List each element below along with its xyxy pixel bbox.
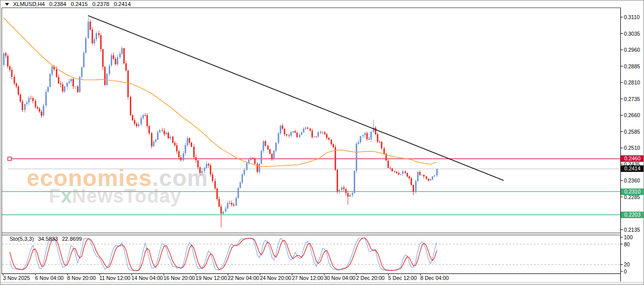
price-axis-label: 0.2360 <box>624 177 640 183</box>
descending-trendline[interactable] <box>88 16 504 180</box>
time-axis-label: 22 Nov 04:00 <box>228 275 259 281</box>
stochastic-indicator-label: Sto(5,3,3) 34.5833 22.8699 <box>10 236 85 242</box>
time-axis-label: 14 Nov 04:00 <box>131 275 163 281</box>
price-axis-label: 0.2135 <box>624 227 640 233</box>
time-axis-label: 27 Nov 12:00 <box>292 275 323 281</box>
price-axis-label: 0.2585 <box>624 129 640 135</box>
moving-average-line[interactable] <box>4 18 437 166</box>
stoch-scale-label-0: 0 <box>624 268 627 274</box>
price-axis-marker-0.2203: 0.2203 <box>621 212 644 218</box>
price-axis-label: 0.3035 <box>624 31 640 37</box>
indicator-value-signal: 22.8699 <box>62 236 82 242</box>
price-axis-label: 0.2810 <box>624 79 640 85</box>
time-axis-label: 16 Nov 20:00 <box>164 275 195 281</box>
time-axis-label: 24 Nov 20:00 <box>260 275 291 281</box>
time-axis-label: 30 Nov 04:00 <box>324 275 355 281</box>
time-axis-label: 11 Nov 12:00 <box>99 275 130 281</box>
price-axis-marker-0.2460: 0.2460 <box>621 155 644 162</box>
price-axis-label: 0.2510 <box>624 145 640 151</box>
price-axis-marker-0.2414: 0.2414 <box>621 165 644 172</box>
price-axis-label: 0.2960 <box>624 47 640 53</box>
indicator-value-main: 34.5833 <box>38 236 58 242</box>
time-axis-label: 3 Nov 2025 <box>3 275 30 281</box>
time-axis-label: 2 Dec 20:00 <box>356 275 385 281</box>
price-axis-label: 0.2735 <box>624 96 640 102</box>
chart-canvas[interactable] <box>1 1 644 285</box>
price-axis-label: 0.3110 <box>624 14 639 20</box>
stoch-scale-label-80: 80 <box>624 241 630 247</box>
stochastic-signal-line <box>10 238 437 271</box>
time-axis-label: 6 Nov 04:00 <box>35 275 64 281</box>
time-axis-label: 5 Dec 12:00 <box>388 275 417 281</box>
price-axis-label: 0.2885 <box>624 63 640 69</box>
time-axis-label: 8 Dec 04:00 <box>420 275 449 281</box>
candles-group <box>3 17 438 228</box>
level-line-handle[interactable] <box>8 157 12 160</box>
stochastic-main-line <box>10 238 437 270</box>
price-axis-marker-0.2310: 0.2310 <box>621 188 644 195</box>
trading-chart-window: XLMUSD,H4 0.2384 0.2415 0.2378 0.2414 ec… <box>0 0 644 285</box>
price-axis-label: 0.2660 <box>624 112 640 118</box>
price-axis-label: 0.2285 <box>624 194 640 200</box>
indicator-name: Sto(5,3,3) <box>10 236 34 242</box>
time-axis-label: 19 Nov 12:00 <box>196 275 227 281</box>
stoch-scale-label-100: 100 <box>624 234 633 240</box>
stoch-scale-label-20: 20 <box>624 261 630 267</box>
time-axis-label: 8 Nov 20:00 <box>67 275 96 281</box>
